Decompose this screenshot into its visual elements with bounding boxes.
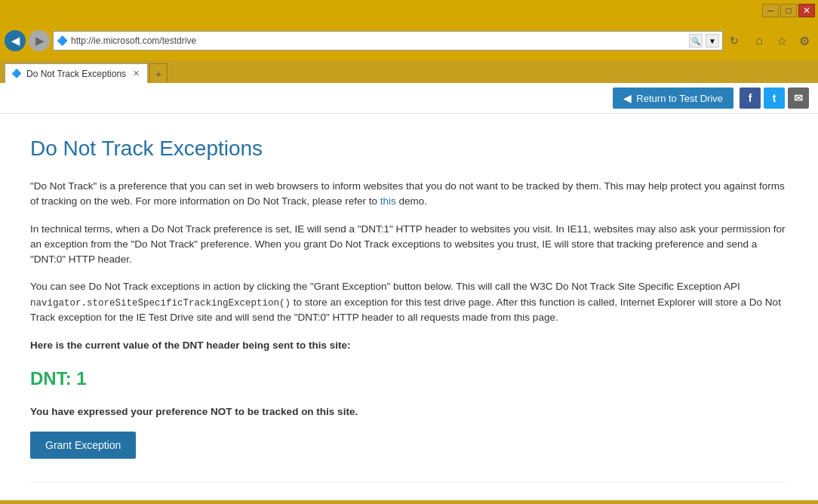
browser-chrome: ◀ ▶ 🔷 🔍 ▼ ↻ ⌂ ☆ ⚙ bbox=[0, 21, 818, 60]
twitter-button[interactable]: t bbox=[764, 88, 785, 109]
code-snippet: navigator.storeSiteSpecificTrackingExcep… bbox=[30, 298, 291, 309]
paragraph-3: You can see Do Not Track exceptions in a… bbox=[30, 279, 788, 325]
paragraph-1: "Do Not Track" is a preference that you … bbox=[30, 179, 788, 210]
title-bar: ─ □ ✕ bbox=[0, 0, 818, 21]
dnt-header-label: Here is the current value of the DNT hea… bbox=[30, 338, 788, 353]
home-icon[interactable]: ⌂ bbox=[750, 32, 768, 50]
restore-button[interactable]: □ bbox=[780, 4, 797, 17]
return-icon: ◀ bbox=[623, 92, 632, 104]
tab-label: Do Not Track Exceptions bbox=[26, 69, 126, 79]
social-icons: f t ✉ bbox=[740, 88, 809, 109]
toolbar-right: ⌂ ☆ ⚙ bbox=[750, 32, 813, 50]
this-link[interactable]: this bbox=[380, 195, 396, 207]
address-bar: 🔷 🔍 ▼ bbox=[53, 31, 723, 51]
email-button[interactable]: ✉ bbox=[788, 88, 809, 109]
tab-icon: 🔷 bbox=[11, 69, 22, 78]
tab-bar: 🔷 Do Not Track Exceptions ✕ + bbox=[0, 60, 818, 83]
grant-exception-button[interactable]: Grant Exception bbox=[30, 432, 136, 459]
active-tab[interactable]: 🔷 Do Not Track Exceptions ✕ bbox=[5, 63, 148, 83]
favorites-icon[interactable]: ☆ bbox=[773, 32, 791, 50]
return-to-testdrive-button[interactable]: ◀ Return to Test Drive bbox=[613, 88, 733, 109]
paragraph-2: In technical terms, when a Do Not Track … bbox=[30, 222, 788, 268]
w3c-link[interactable]: W3C Tracking Preference Expression worki… bbox=[472, 499, 709, 500]
forward-button[interactable]: ▶ bbox=[29, 30, 50, 51]
address-input[interactable] bbox=[71, 35, 686, 46]
address-icon: 🔷 bbox=[57, 35, 68, 46]
address-search-button[interactable]: 🔍 bbox=[689, 34, 703, 48]
page-body: "Do Not Track" is a preference that you … bbox=[30, 179, 788, 500]
return-bar: ◀ Return to Test Drive f t ✉ bbox=[0, 83, 818, 114]
facebook-button[interactable]: f bbox=[740, 88, 761, 109]
page-content: Do Not Track Exceptions "Do Not Track" i… bbox=[0, 114, 818, 500]
back-button[interactable]: ◀ bbox=[5, 30, 26, 51]
refresh-button[interactable]: ↻ bbox=[726, 32, 743, 49]
close-button[interactable]: ✕ bbox=[798, 4, 815, 17]
dnt-message: You have expressed your preference NOT t… bbox=[30, 404, 788, 419]
new-tab-button[interactable]: + bbox=[149, 63, 168, 83]
footer-text: The APIs that websites can use to reques… bbox=[30, 481, 788, 500]
page-title: Do Not Track Exceptions bbox=[30, 137, 788, 161]
settings-icon[interactable]: ⚙ bbox=[795, 32, 813, 50]
minimize-button[interactable]: ─ bbox=[762, 4, 779, 17]
tab-close-button[interactable]: ✕ bbox=[131, 69, 141, 79]
return-button-label: Return to Test Drive bbox=[636, 93, 723, 104]
address-dropdown-button[interactable]: ▼ bbox=[706, 34, 719, 48]
dnt-value: DNT: 1 bbox=[30, 365, 788, 392]
